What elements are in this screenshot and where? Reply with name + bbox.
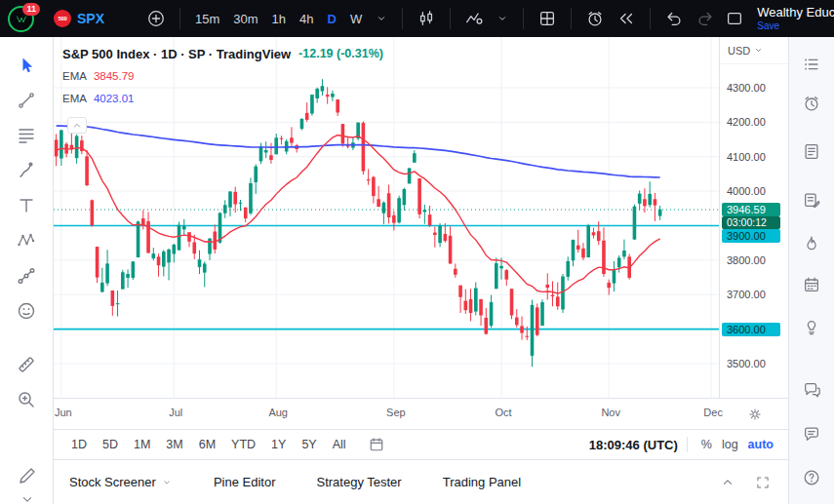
interval-1w[interactable]: W <box>344 8 368 30</box>
indicators-icon <box>464 9 484 28</box>
sidebar-item-alerts[interactable] <box>798 90 825 117</box>
range-5d[interactable]: 5D <box>95 435 126 454</box>
auto-scale-button[interactable]: auto <box>743 435 778 454</box>
range-3m[interactable]: 3M <box>158 435 190 454</box>
tab-label: Strategy Tester <box>316 475 401 489</box>
compare-add-symbol-button[interactable] <box>141 5 171 32</box>
range-ytd[interactable]: YTD <box>223 435 263 454</box>
price-tick: 4200.00 <box>727 115 766 129</box>
tab-label: Trading Panel <box>443 475 521 489</box>
tradingview-app: 11 500 SPX 15m 30m 1h 4h D W <box>0 0 834 504</box>
time-axis[interactable]: JunJulAugSepOctNovDec <box>54 398 788 429</box>
layout-grid-button[interactable] <box>533 5 562 32</box>
chart-style-button[interactable] <box>412 5 441 32</box>
sidebar-item-ideas[interactable] <box>798 313 825 340</box>
symbol-name: SPX <box>77 11 104 26</box>
sidebar-item-chat[interactable] <box>798 376 825 404</box>
indicator-label: EMA <box>62 93 87 104</box>
tab-stock-screener[interactable]: Stock Screener <box>69 475 173 489</box>
emoji-tool[interactable] <box>10 297 43 325</box>
symbol-search-button[interactable]: 500 SPX <box>46 7 112 30</box>
toolbar-collapse-button[interactable] <box>11 485 44 504</box>
redo-button[interactable] <box>691 5 720 32</box>
fib-retracement-tool[interactable] <box>10 122 43 149</box>
create-alert-button[interactable] <box>580 5 610 32</box>
brush-tool[interactable] <box>10 157 43 184</box>
price-tick: 3800.00 <box>727 253 766 267</box>
symbol-title[interactable]: S&P 500 Index · 1D · SP · TradingView <box>62 47 291 61</box>
interval-1d-active[interactable]: D <box>322 8 342 30</box>
drawing-toolbar <box>0 37 54 504</box>
xabcd-pattern-tool[interactable] <box>10 227 43 254</box>
bar-replay-button[interactable] <box>612 5 641 32</box>
measure-tool[interactable] <box>10 351 43 378</box>
sidebar-item-hotlists[interactable] <box>798 230 825 257</box>
currency-label: USD <box>728 45 750 57</box>
log-scale-button[interactable]: log <box>717 435 743 454</box>
interval-15m[interactable]: 15m <box>189 8 225 30</box>
last-price-badge: 3946.59 <box>722 203 780 216</box>
forecast-tool[interactable] <box>10 262 43 290</box>
save-button[interactable]: Save <box>757 20 779 32</box>
currency-selector[interactable]: USD <box>720 37 788 64</box>
layout-grid-icon <box>537 9 557 28</box>
go-to-date-button[interactable] <box>366 434 387 455</box>
percent-scale-button[interactable]: % <box>696 435 717 454</box>
text-tool[interactable] <box>10 192 43 219</box>
range-1d[interactable]: 1D <box>63 435 95 454</box>
trend-line-tool[interactable] <box>10 87 43 114</box>
bar-countdown-badge: 03:00:12 <box>722 216 780 229</box>
panel-expand-button[interactable] <box>718 473 737 492</box>
news-icon <box>802 141 821 161</box>
interval-1h[interactable]: 1h <box>266 8 292 30</box>
panel-toggle-button[interactable] <box>720 5 749 32</box>
zoom-tool[interactable] <box>10 386 43 413</box>
toolbar-divider <box>687 437 688 452</box>
chart-settings-button[interactable] <box>743 403 767 426</box>
fullscreen-button[interactable] <box>753 473 773 492</box>
sidebar-item-conversations[interactable] <box>798 420 825 447</box>
indicator-templates-button[interactable] <box>491 8 514 29</box>
tab-trading-panel[interactable]: Trading Panel <box>443 475 521 489</box>
clock-utc[interactable]: 18:09:46 (UTC) <box>589 438 678 452</box>
interval-4h[interactable]: 4h <box>294 8 319 30</box>
toolbar-separator <box>650 8 651 29</box>
indicator-legend-ema-fast[interactable]: EMA 3845.79 <box>62 67 383 85</box>
account-menu[interactable]: Wealthy Educ... Save <box>757 6 834 31</box>
lightbulb-icon <box>802 317 821 336</box>
price-axis[interactable]: USD 4300.00 4200.00 4100.00 4000.00 3900… <box>719 37 788 398</box>
brush-icon <box>16 160 37 181</box>
indicator-value: 3845.79 <box>94 70 135 82</box>
level-badge-3600: 3600.00 <box>722 323 780 336</box>
chevron-up-icon <box>71 120 83 132</box>
app-logo[interactable]: 11 <box>8 6 34 32</box>
toolbar-separator <box>571 8 572 29</box>
gear-icon <box>747 407 763 422</box>
indicators-button[interactable] <box>459 5 489 32</box>
range-1m[interactable]: 1M <box>126 435 158 454</box>
indicator-legend-ema-slow[interactable]: EMA 4023.01 <box>62 90 383 107</box>
time-axis-month-label: Aug <box>265 407 291 418</box>
cursor-tool[interactable] <box>10 52 43 79</box>
sidebar-item-calendar[interactable] <box>798 271 825 298</box>
sidebar-item-notes[interactable] <box>798 186 825 213</box>
sp500-logo: 500 <box>54 10 71 27</box>
interval-menu-button[interactable] <box>370 8 393 29</box>
pane-collapse-button[interactable] <box>67 117 87 134</box>
range-5y[interactable]: 5Y <box>294 435 324 454</box>
sidebar-item-help[interactable] <box>798 464 825 491</box>
tab-strategy-tester[interactable]: Strategy Tester <box>316 475 401 489</box>
range-1y[interactable]: 1Y <box>263 435 294 454</box>
tab-pine-editor[interactable]: Pine Editor <box>214 475 276 489</box>
calendar-icon <box>368 436 385 453</box>
notification-badge[interactable]: 11 <box>22 3 40 16</box>
undo-button[interactable] <box>659 5 689 32</box>
sidebar-item-watchlist[interactable] <box>798 51 825 78</box>
sidebar-item-news[interactable] <box>798 137 825 165</box>
range-6m[interactable]: 6M <box>191 435 223 454</box>
range-all[interactable]: All <box>325 435 354 454</box>
tab-label: Pine Editor <box>214 475 276 489</box>
time-axis-month-label: Jun <box>51 407 76 418</box>
help-icon <box>802 468 821 487</box>
interval-30m[interactable]: 30m <box>227 8 263 30</box>
